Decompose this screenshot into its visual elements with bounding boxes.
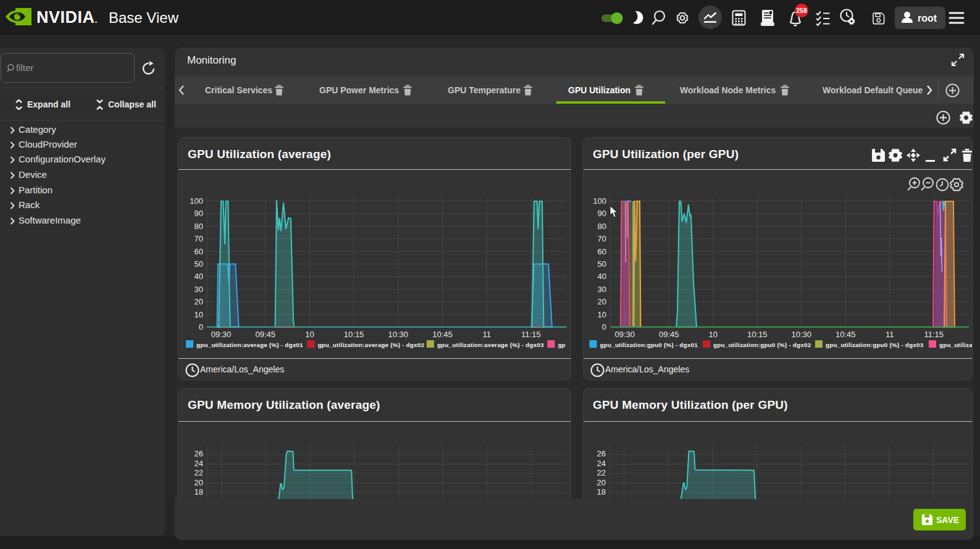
svg-text:30: 30	[598, 285, 606, 294]
svg-text:10: 10	[305, 330, 314, 339]
svg-text:50: 50	[598, 259, 606, 269]
svg-text:gpu_utilization:average (%) -: gpu_utilization:average (%) - dgx03	[437, 342, 544, 348]
svg-text:11:15: 11:15	[924, 330, 944, 339]
svg-text:22: 22	[597, 468, 606, 477]
svg-text:80: 80	[598, 222, 606, 231]
svg-text:11: 11	[886, 330, 894, 339]
svg-text:24: 24	[597, 459, 606, 468]
svg-text:09:45: 09:45	[255, 330, 275, 339]
svg-text:gpu_utilization:gpu0 (%) - dgx: gpu_utilization:gpu0 (%) - dgx03	[826, 342, 924, 348]
svg-text:10: 10	[598, 310, 606, 319]
svg-text:20: 20	[598, 297, 606, 306]
svg-text:70: 70	[195, 234, 203, 243]
svg-text:16: 16	[597, 497, 606, 499]
svg-text:26: 26	[597, 449, 606, 458]
svg-text:10:30: 10:30	[388, 330, 409, 339]
svg-text:90: 90	[195, 209, 203, 218]
svg-text:258: 258	[796, 7, 807, 14]
svg-text:60: 60	[195, 247, 203, 256]
svg-text:gp: gp	[558, 342, 565, 348]
svg-text:09:30: 09:30	[211, 330, 232, 339]
svg-text:10:45: 10:45	[836, 330, 856, 339]
svg-text:20: 20	[597, 478, 606, 487]
svg-text:09:45: 09:45	[659, 330, 679, 339]
svg-text:16: 16	[195, 497, 203, 499]
svg-text:10:15: 10:15	[747, 330, 768, 339]
svg-text:11:15: 11:15	[521, 330, 541, 339]
svg-text:gpu_utilization:gpu0 (%) - dgx: gpu_utilization:gpu0 (%) - dgx01	[600, 342, 698, 348]
svg-text:26: 26	[195, 449, 203, 458]
svg-text:18: 18	[195, 487, 203, 497]
svg-text:10: 10	[708, 330, 717, 339]
svg-text:90: 90	[598, 209, 606, 218]
svg-text:10:45: 10:45	[432, 330, 453, 339]
svg-text:24: 24	[195, 459, 203, 468]
svg-text:10: 10	[195, 310, 203, 319]
svg-text:gpu_utilization:average (%) -: gpu_utilization:average (%) - dgx02	[317, 342, 424, 348]
svg-text:80: 80	[195, 222, 203, 231]
svg-text:gpu_utilization:gpu0 (%) - dgx: gpu_utilization:gpu0 (%) - dgx02	[713, 342, 811, 348]
svg-text:100: 100	[593, 196, 606, 206]
svg-text:0: 0	[199, 322, 203, 332]
svg-text:50: 50	[195, 259, 203, 269]
svg-text:root: root	[918, 13, 937, 23]
svg-text:18: 18	[597, 487, 606, 497]
svg-text:09:30: 09:30	[614, 330, 635, 339]
svg-text:22: 22	[195, 468, 203, 477]
svg-text:gpu_utiliza: gpu_utiliza	[939, 342, 973, 348]
svg-text:20: 20	[195, 297, 203, 306]
svg-text:10:30: 10:30	[791, 330, 811, 339]
svg-text:11: 11	[482, 330, 491, 339]
svg-text:20: 20	[195, 478, 203, 487]
svg-text:gpu_utilization:average (%) -: gpu_utilization:average (%) - dgx01	[196, 342, 303, 348]
svg-text:30: 30	[195, 285, 203, 294]
svg-text:40: 40	[195, 272, 203, 281]
svg-text:60: 60	[598, 247, 606, 256]
svg-text:0: 0	[602, 322, 606, 332]
svg-text:70: 70	[598, 234, 606, 243]
svg-text:10:15: 10:15	[344, 330, 364, 339]
svg-text:40: 40	[598, 272, 606, 281]
svg-text:100: 100	[190, 196, 203, 206]
